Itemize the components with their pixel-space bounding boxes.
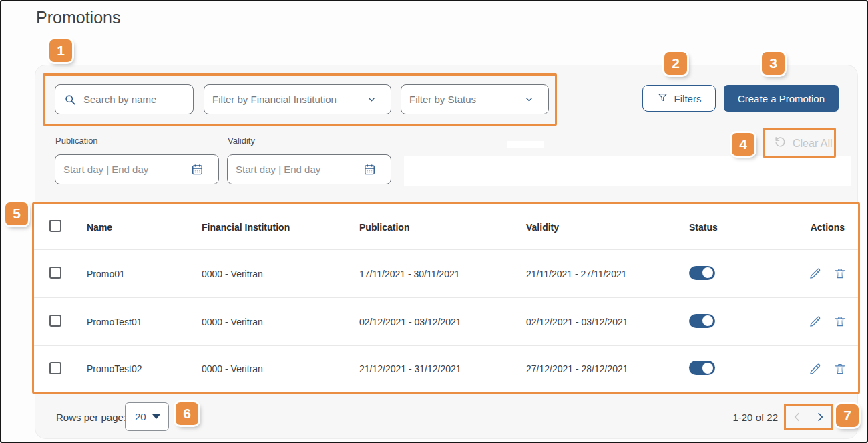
promotion-validity: 21/11/2021 - 27/11/2021 xyxy=(526,269,689,279)
publication-filter-label: Publication xyxy=(55,136,98,146)
search-field[interactable] xyxy=(55,84,194,114)
rows-per-page-value: 20 xyxy=(135,411,146,422)
calendar-icon xyxy=(363,163,376,176)
row-checkbox[interactable] xyxy=(49,362,61,374)
select-all-checkbox[interactable] xyxy=(49,220,61,232)
column-header-status: Status xyxy=(689,222,808,233)
table-row: PromoTest01 0000 - Veritran 02/12/2021 -… xyxy=(34,297,858,345)
column-header-actions: Actions xyxy=(808,222,845,233)
promotion-financial-institution: 0000 - Veritran xyxy=(202,269,359,279)
undo-icon xyxy=(774,136,787,151)
next-page-icon[interactable] xyxy=(814,411,826,423)
edit-pencil-icon[interactable] xyxy=(808,315,822,329)
callout-badge-3: 3 xyxy=(762,52,785,75)
white-strip-large xyxy=(404,156,851,186)
publication-date-placeholder: Start day | End day xyxy=(63,164,148,175)
chevron-down-icon xyxy=(525,95,533,104)
validity-date-placeholder: Start day | End day xyxy=(236,164,320,175)
previous-page-icon[interactable] xyxy=(791,411,803,423)
filter-funnel-icon xyxy=(657,92,668,105)
search-input[interactable] xyxy=(83,94,185,105)
row-checkbox[interactable] xyxy=(49,267,61,279)
column-header-validity: Validity xyxy=(526,222,689,233)
promotion-validity: 02/12/2021 - 03/12/2021 xyxy=(526,317,689,327)
status-filter[interactable]: Filter by Status xyxy=(401,84,549,114)
status-toggle[interactable] xyxy=(689,361,715,375)
callout-badge-7: 7 xyxy=(836,404,859,427)
calendar-icon xyxy=(191,163,204,176)
callout-badge-1: 1 xyxy=(49,39,72,62)
promotion-publication: 17/11/2021 - 30/11/2021 xyxy=(359,269,526,279)
rows-per-page-label: Rows per page: xyxy=(56,412,126,423)
financial-institution-filter-label: Filter by Financial Institution xyxy=(212,94,337,105)
row-checkbox[interactable] xyxy=(49,315,61,327)
delete-trash-icon[interactable] xyxy=(833,267,847,281)
promotion-financial-institution: 0000 - Veritran xyxy=(202,317,359,327)
promotion-name: PromoTest02 xyxy=(87,363,202,374)
search-icon xyxy=(63,93,77,106)
publication-date-range-field[interactable]: Start day | End day xyxy=(55,154,219,184)
chevron-down-icon xyxy=(367,95,376,104)
promotion-publication: 21/12/2021 - 31/12/2021 xyxy=(359,363,526,374)
status-toggle[interactable] xyxy=(689,314,715,328)
delete-trash-icon[interactable] xyxy=(833,362,847,376)
filters-button[interactable]: Filters xyxy=(642,85,716,112)
create-promotion-button-label: Create a Promotion xyxy=(738,93,825,104)
promotion-name: PromoTest01 xyxy=(87,317,202,327)
promotion-publication: 02/12/2021 - 03/12/2021 xyxy=(359,317,526,327)
column-header-name: Name xyxy=(87,222,202,233)
filters-button-label: Filters xyxy=(674,93,702,104)
rows-per-page-select[interactable]: 20 xyxy=(125,402,169,431)
callout-badge-2: 2 xyxy=(664,52,687,75)
pagination-range-label: 1-20 of 22 xyxy=(682,412,778,423)
column-header-publication: Publication xyxy=(359,222,526,233)
page-title: Promotions xyxy=(36,8,120,27)
promotion-financial-institution: 0000 - Veritran xyxy=(202,363,359,374)
edit-pencil-icon[interactable] xyxy=(808,267,822,281)
caret-down-icon xyxy=(152,414,160,419)
validity-filter-label: Validity xyxy=(228,136,255,146)
white-strip-small xyxy=(507,141,544,148)
callout-badge-4: 4 xyxy=(732,133,754,156)
validity-date-range-field[interactable]: Start day | End day xyxy=(227,154,391,184)
status-filter-label: Filter by Status xyxy=(409,94,476,105)
status-toggle[interactable] xyxy=(689,266,715,280)
table-row: Promo01 0000 - Veritran 17/11/2021 - 30/… xyxy=(34,249,858,297)
edit-pencil-icon[interactable] xyxy=(808,362,822,376)
promotion-name: Promo01 xyxy=(87,269,202,279)
clear-all-button[interactable]: Clear All xyxy=(774,136,833,151)
promotions-table: Name Financial Institution Publication V… xyxy=(32,202,860,394)
table-header-row: Name Financial Institution Publication V… xyxy=(34,204,858,249)
pagination-controls xyxy=(784,404,833,430)
callout-badge-6: 6 xyxy=(176,402,198,425)
financial-institution-filter[interactable]: Filter by Financial Institution xyxy=(204,84,391,114)
clear-all-label: Clear All xyxy=(793,138,833,150)
delete-trash-icon[interactable] xyxy=(833,315,847,329)
table-row: PromoTest02 0000 - Veritran 21/12/2021 -… xyxy=(34,345,858,392)
promotion-validity: 27/12/2021 - 28/12/2021 xyxy=(526,363,689,374)
promotions-page: Promotions 1 2 3 4 5 6 7 Filter by Finan… xyxy=(0,0,868,443)
callout-badge-5: 5 xyxy=(5,202,28,225)
create-promotion-button[interactable]: Create a Promotion xyxy=(724,85,839,112)
column-header-financial-institution: Financial Institution xyxy=(202,222,359,233)
